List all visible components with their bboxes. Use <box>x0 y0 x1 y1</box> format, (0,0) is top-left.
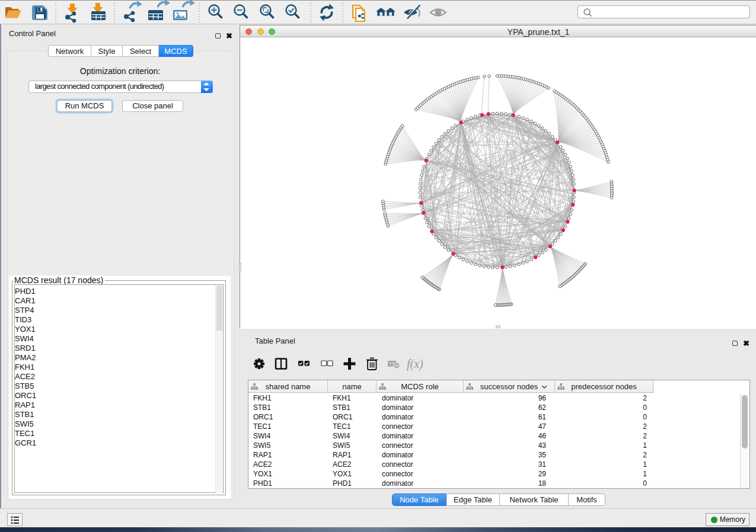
svg-text:f(x): f(x) <box>407 357 423 371</box>
